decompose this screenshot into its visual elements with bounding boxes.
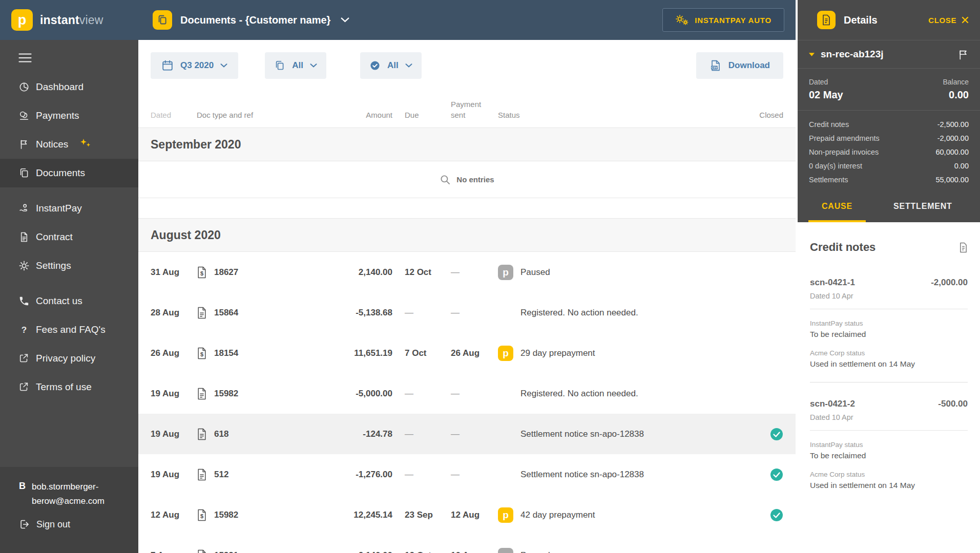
sidebar-item-contact-us[interactable]: Contact us (0, 287, 138, 315)
row-doc-ref: 512 (214, 470, 228, 480)
doc-type-filter[interactable]: All (265, 52, 326, 79)
entry-status-field: InstantPay status To be reclaimed (810, 441, 968, 460)
document-row[interactable]: 7 Aug $ 15931 2,140.00 12 Oct 10 Aug p P… (138, 535, 796, 553)
row-due: — (405, 308, 451, 318)
document-row[interactable]: 19 Aug 15982 -5,000.00 — — Registered. N… (138, 373, 796, 414)
sidebar-user-block: B bob.stormberger-berow@acme.com Sign ou… (0, 467, 138, 553)
header-closed: Closed (753, 110, 783, 121)
period-filter[interactable]: Q3 2020 (151, 52, 238, 79)
row-doc-ref: 15864 (214, 308, 238, 318)
status-p-icon: p (498, 346, 513, 361)
menu-toggle-button[interactable] (18, 53, 32, 63)
contract-icon (18, 231, 30, 243)
documents-page-icon (153, 10, 172, 30)
chevron-down-icon (220, 63, 227, 68)
svg-text:$: $ (200, 513, 203, 519)
entry-status-field: Acme Corp status Used in settlement on 1… (810, 349, 968, 369)
status-filter[interactable]: All (360, 52, 422, 79)
sidebar-item-privacy-policy[interactable]: Privacy policy (0, 344, 138, 373)
row-doc-ref: 18627 (214, 267, 238, 278)
sidebar-item-fees-and-faq-s[interactable]: ? Fees and FAQ's (0, 315, 138, 344)
hamburger-icon (18, 53, 32, 63)
month-section-header: September 2020 (138, 128, 796, 161)
credit-note-doc-icon (197, 307, 207, 319)
row-due: 23 Sep (405, 510, 451, 520)
row-dated: 28 Aug (151, 308, 197, 318)
sidebar-item-payments[interactable]: Payments (0, 101, 138, 130)
external-link-icon (18, 381, 30, 393)
details-title: Details (844, 14, 878, 26)
magnifier-icon (440, 174, 451, 185)
row-due: 12 Oct (405, 267, 451, 278)
row-status-text: Paused (520, 267, 550, 278)
details-doc-icon (817, 11, 836, 29)
month-section-header: August 2020 (138, 218, 796, 252)
header-due: Due (405, 110, 451, 121)
chevron-down-icon[interactable] (341, 17, 349, 23)
row-status-text: 29 day prepayment (520, 348, 595, 358)
tab-cause[interactable]: CAUSE (808, 193, 866, 222)
balance-line: 0 day(s) interest 0.00 (809, 159, 969, 173)
sidebar-item-contract[interactable]: Contract (0, 223, 138, 251)
document-row[interactable]: 26 Aug $ 18154 11,651.19 7 Oct 26 Aug p … (138, 333, 796, 373)
svg-text:$: $ (200, 270, 203, 276)
balance-line: Credit notes -2,500.00 (809, 117, 969, 131)
sidebar-item-instantpay[interactable]: InstantPay (0, 194, 138, 223)
flag-icon[interactable] (958, 49, 969, 60)
download-button[interactable]: CSV Download (696, 52, 783, 79)
status-p-icon: p (498, 265, 513, 280)
credit-notes-section-header: Credit notes (810, 241, 968, 254)
invoice-doc-icon: $ (197, 549, 207, 553)
row-due: 12 Oct (405, 550, 451, 553)
phone-icon (18, 295, 30, 307)
close-details-button[interactable]: CLOSE (928, 16, 969, 25)
credit-note-entry[interactable]: scn-0421-2 -500.00 Dated 10 Apr InstantP… (810, 382, 968, 490)
row-due: — (405, 389, 451, 399)
tab-settlement[interactable]: SETTLEMENT (880, 193, 966, 222)
balance-line: Non-prepaid invoices 60,000.00 (809, 145, 969, 159)
sidebar-item-terms-of-use[interactable]: Terms of use (0, 373, 138, 401)
header-doc-type: Doc type and ref (197, 110, 336, 121)
balance-line: Settlements 55,000.00 (809, 173, 969, 186)
row-dated: 7 Aug (151, 550, 197, 553)
credit-note-entry[interactable]: scn-0421-1 -2,000.00 Dated 10 Apr Instan… (810, 278, 968, 369)
sign-out-button[interactable]: Sign out (19, 519, 129, 530)
instantpay-auto-button[interactable]: INSTANTPAY AUTO (662, 8, 784, 32)
status-p-icon: p (498, 548, 513, 553)
sidebar-item-notices[interactable]: Notices (0, 130, 138, 159)
payments-icon (18, 110, 30, 121)
row-doc-ref: 18154 (214, 348, 238, 358)
page-header[interactable]: Documents - {Customer name} (153, 10, 349, 30)
calendar-icon (161, 59, 174, 72)
row-status-text: 42 day prepayment (520, 510, 595, 520)
row-status-text: Registered. No action needed. (520, 389, 638, 399)
top-header-bar: p instantview Documents - {Customer name… (0, 0, 796, 40)
document-row[interactable]: 19 Aug 618 -124.78 — — Settlement notice… (138, 414, 796, 454)
user-email: bob.stormberger-berow@acme.com (32, 480, 105, 508)
document-row[interactable]: 19 Aug 512 -1,276.00 — — Settlement noti… (138, 454, 796, 495)
row-payment-sent: 26 Aug (451, 348, 498, 358)
row-amount: 11,651.19 (336, 348, 392, 358)
row-dated: 31 Aug (151, 267, 197, 278)
check-circle-icon (369, 60, 381, 71)
question-icon: ? (18, 324, 30, 335)
close-icon (962, 16, 969, 24)
sidebar-item-documents[interactable]: Documents (0, 159, 138, 187)
row-doc-ref: 15931 (214, 550, 238, 553)
sign-out-icon (19, 519, 30, 530)
record-header[interactable]: sn-rec-ab123j (798, 40, 980, 69)
document-row[interactable]: 28 Aug 15864 -5,138.68 — — Registered. N… (138, 292, 796, 333)
record-id: sn-rec-ab123j (821, 49, 884, 60)
sidebar-item-settings[interactable]: Settings (0, 251, 138, 280)
invoice-doc-icon: $ (197, 509, 207, 521)
details-panel: Details CLOSE sn-rec-ab123j Dated 02 May… (796, 0, 980, 553)
row-due: — (405, 470, 451, 480)
brand-logo[interactable]: p instantview (0, 9, 138, 31)
document-row[interactable]: 12 Aug $ 15982 12,245.14 23 Sep 12 Aug p… (138, 495, 796, 535)
row-dated: 26 Aug (151, 348, 197, 358)
document-row[interactable]: 31 Aug $ 18627 2,140.00 12 Oct — p Pause… (138, 252, 796, 292)
sidebar-item-dashboard[interactable]: Dashboard (0, 73, 138, 101)
chevron-down-icon (809, 53, 815, 56)
gears-icon (675, 14, 689, 26)
row-payment-sent: 10 Aug (451, 550, 498, 553)
